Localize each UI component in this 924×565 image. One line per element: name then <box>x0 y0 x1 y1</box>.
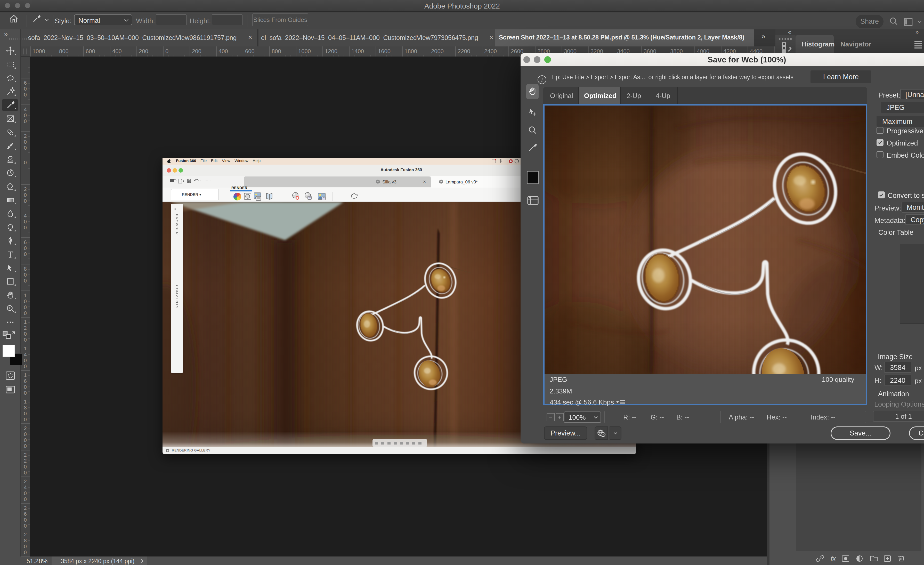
svg-text:fx: fx <box>831 554 836 562</box>
svg-text:?: ? <box>602 433 604 437</box>
